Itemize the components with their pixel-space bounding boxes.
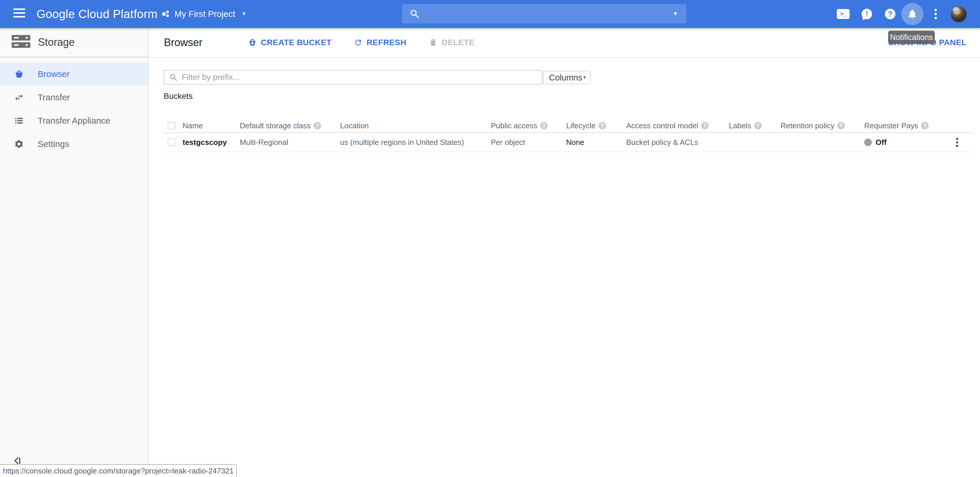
transfer-icon xyxy=(14,92,24,102)
cloud-shell-button[interactable]: >_ xyxy=(836,0,851,28)
avatar[interactable] xyxy=(951,6,967,22)
gcp-console: Google Cloud Platform My First Project ▼… xyxy=(0,0,980,477)
select-all-checkbox[interactable] xyxy=(168,122,175,129)
cell-lifecycle: None xyxy=(566,138,626,147)
product-header: Storage xyxy=(0,28,148,57)
help-circle-icon[interactable]: ? xyxy=(598,122,606,129)
cell-requester-pays: Off xyxy=(864,138,954,147)
delete-label: DELETE xyxy=(442,38,474,47)
sidebar-item-settings[interactable]: Settings xyxy=(0,132,148,156)
refresh-button[interactable]: REFRESH xyxy=(354,38,407,47)
gear-icon xyxy=(14,139,24,149)
sidebar-item-label: Transfer xyxy=(38,92,70,102)
cell-location: us (multiple regions in United States) xyxy=(340,138,491,147)
refresh-icon xyxy=(354,38,363,47)
product-title: Storage xyxy=(38,36,75,48)
table-row: testgcscopy Multi-Regional us (multiple … xyxy=(164,133,973,152)
col-header-access-control: Access control model ? xyxy=(626,121,729,130)
project-selector[interactable]: My First Project ▼ xyxy=(161,0,247,28)
cell-public-access: Per object xyxy=(491,138,566,147)
col-header-storage-class: Default storage class ? xyxy=(240,121,340,130)
off-status-dot xyxy=(864,138,872,146)
feedback-button[interactable]: ! xyxy=(861,0,873,28)
col-header-public-access: Public access ? xyxy=(491,121,566,130)
buckets-table: Name Default storage class ? Location Pu… xyxy=(164,119,973,152)
columns-button[interactable]: Columns ▼ xyxy=(543,71,590,84)
columns-label: Columns xyxy=(549,73,582,83)
trash-icon xyxy=(429,38,438,47)
search-bar[interactable]: ▼ xyxy=(402,4,686,23)
status-bar-url: https://console.cloud.google.com/storage… xyxy=(0,464,237,477)
cell-storage-class: Multi-Regional xyxy=(240,138,340,147)
search-dropdown-icon[interactable]: ▼ xyxy=(673,11,678,17)
hamburger-menu-icon[interactable] xyxy=(13,8,25,19)
more-options-button[interactable] xyxy=(932,0,939,28)
notifications-tooltip: Notifications xyxy=(888,30,935,44)
project-icon xyxy=(161,10,170,19)
gcp-logo[interactable]: Google Cloud Platform xyxy=(37,0,158,28)
help-circle-icon[interactable]: ? xyxy=(313,122,321,129)
col-header-labels: Labels ? xyxy=(729,121,781,130)
more-vert-icon xyxy=(934,9,937,19)
refresh-label: REFRESH xyxy=(367,38,407,47)
help-icon: ? xyxy=(885,9,896,19)
notifications-button[interactable] xyxy=(901,3,923,25)
col-header-lifecycle: Lifecycle ? xyxy=(566,121,626,130)
sidebar-item-label: Transfer Appliance xyxy=(38,116,110,126)
transfer-appliance-icon xyxy=(14,116,24,126)
table-header-row: Name Default storage class ? Location Pu… xyxy=(164,119,973,133)
page-title: Browser xyxy=(164,37,202,49)
help-circle-icon[interactable]: ? xyxy=(701,122,709,129)
bucket-name-link[interactable]: testgcscopy xyxy=(183,138,240,147)
chevron-down-icon: ▼ xyxy=(242,11,247,17)
sidebar-item-browser[interactable]: Browser xyxy=(0,62,148,86)
feedback-icon: ! xyxy=(862,9,872,19)
filter-input[interactable] xyxy=(182,73,542,82)
filter-search-icon xyxy=(169,73,178,82)
app-header: Google Cloud Platform My First Project ▼… xyxy=(0,0,980,28)
search-icon xyxy=(409,9,419,19)
delete-button[interactable]: DELETE xyxy=(429,38,474,47)
col-header-name: Name xyxy=(183,121,240,130)
sidebar-item-label: Browser xyxy=(38,69,70,79)
filter-field[interactable] xyxy=(164,70,542,84)
help-button[interactable]: ? xyxy=(884,0,897,28)
create-bucket-label: CREATE BUCKET xyxy=(261,38,332,47)
help-circle-icon[interactable]: ? xyxy=(540,122,548,129)
col-header-location: Location xyxy=(340,121,491,130)
sidebar-item-transfer-appliance[interactable]: Transfer Appliance xyxy=(0,109,148,132)
page-toolbar: Browser CREATE BUCKET REFRESH DELETE SHO… xyxy=(149,28,980,57)
sidebar-nav: Browser Transfer xyxy=(0,57,148,156)
buckets-section-label: Buckets xyxy=(164,92,193,101)
sidebar: Storage Browser Transfer xyxy=(0,28,149,477)
help-circle-icon[interactable]: ? xyxy=(921,122,929,129)
col-header-requester-pays: Requester Pays ? xyxy=(864,121,954,130)
storage-product-icon xyxy=(12,35,30,49)
bell-icon xyxy=(907,8,918,19)
columns-caret-icon: ▼ xyxy=(582,75,587,80)
help-circle-icon[interactable]: ? xyxy=(837,122,845,129)
create-bucket-icon xyxy=(248,38,257,47)
main-content: Columns ▼ Buckets Name Default storage c… xyxy=(149,58,980,477)
sidebar-item-transfer[interactable]: Transfer xyxy=(0,86,148,109)
project-name: My First Project xyxy=(174,9,235,19)
create-bucket-button[interactable]: CREATE BUCKET xyxy=(248,38,332,47)
cell-access-control: Bucket policy & ACLs xyxy=(626,138,729,147)
col-header-retention: Retention policy ? xyxy=(781,121,864,130)
cloud-shell-icon: >_ xyxy=(837,9,850,19)
row-menu-button[interactable] xyxy=(956,138,958,147)
sidebar-item-label: Settings xyxy=(38,139,69,149)
help-circle-icon[interactable]: ? xyxy=(754,122,762,129)
row-checkbox[interactable] xyxy=(168,138,175,146)
bucket-icon xyxy=(14,69,24,79)
